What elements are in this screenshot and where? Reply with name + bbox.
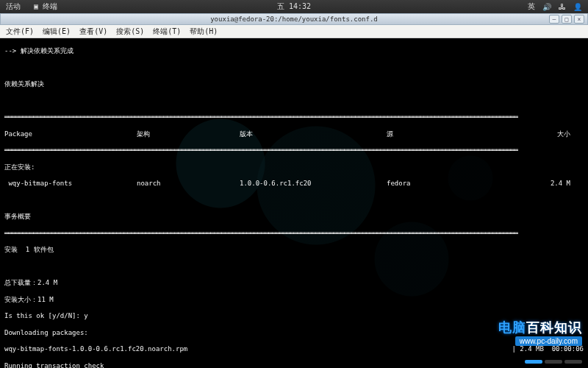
total-download: 总下载量：2.4 M bbox=[4, 279, 584, 287]
activities-button[interactable]: 活动 bbox=[6, 1, 21, 12]
menu-help[interactable]: 帮助(H) bbox=[187, 25, 220, 38]
blank bbox=[4, 263, 584, 271]
blank bbox=[4, 64, 584, 72]
section-installing: 正在安装: bbox=[4, 163, 584, 171]
install-count: 安装 1 软件包 bbox=[4, 246, 584, 254]
blank bbox=[4, 97, 584, 105]
table-header: Package 架构 版本 源 大小 bbox=[4, 130, 584, 138]
volume-icon[interactable]: 🔊 bbox=[542, 3, 551, 11]
window-close-button[interactable]: × bbox=[574, 15, 584, 24]
menu-terminal[interactable]: 终端(T) bbox=[150, 25, 184, 38]
gnome-top-bar: 活动 ▣ 终端 五 14:32 英 🔊 🖧 👤 bbox=[0, 0, 588, 13]
line: Running transaction check bbox=[4, 362, 584, 368]
window-titlebar[interactable]: youxia@fedora-20:/home/youxia/fonts.conf… bbox=[0, 13, 588, 25]
input-lang-indicator[interactable]: 英 bbox=[528, 1, 535, 12]
package-row: wqy-bitmap-fonts noarch 1.0.0-0.6.rc1.fc… bbox=[4, 180, 584, 188]
divider: ════════════════════════════════════════… bbox=[4, 230, 584, 238]
menu-file[interactable]: 文件(F) bbox=[3, 25, 37, 38]
menu-search[interactable]: 搜索(S) bbox=[113, 25, 147, 38]
watermark: 电脑百科知识 www.pc-daily.com bbox=[498, 319, 582, 346]
network-icon[interactable]: 🖧 bbox=[559, 3, 566, 11]
menubar: 文件(F) 编辑(E) 查看(V) 搜索(S) 终端(T) 帮助(H) bbox=[0, 25, 588, 38]
download-row: wqy-bitmap-fonts-1.0.0-0.6.rc1.fc20.noar… bbox=[4, 345, 584, 353]
menu-edit[interactable]: 编辑(E) bbox=[40, 25, 74, 38]
line: 依赖关系解决 bbox=[4, 80, 584, 88]
blank bbox=[4, 197, 584, 205]
line: --> 解决依赖关系完成 bbox=[4, 47, 584, 55]
transaction-summary: 事务概要 bbox=[4, 213, 584, 221]
window-minimize-button[interactable]: — bbox=[549, 15, 559, 24]
divider: ════════════════════════════════════════… bbox=[4, 113, 584, 121]
install-size: 安装大小：11 M bbox=[4, 296, 584, 304]
app-menu-terminal[interactable]: ▣ 终端 bbox=[34, 1, 57, 12]
menu-view[interactable]: 查看(V) bbox=[76, 25, 110, 38]
window-maximize-button[interactable]: □ bbox=[562, 15, 572, 24]
user-menu-icon[interactable]: 👤 bbox=[573, 3, 582, 11]
confirm-prompt: Is this ok [y/d/N]: y bbox=[4, 312, 584, 320]
clock[interactable]: 五 14:32 bbox=[277, 1, 311, 12]
divider: ════════════════════════════════════════… bbox=[4, 146, 584, 155]
pager-indicator bbox=[525, 360, 582, 364]
downloading-packages: Downloading packages: bbox=[4, 329, 584, 337]
window-title: youxia@fedora-20:/home/youxia/fonts.conf… bbox=[210, 15, 378, 23]
